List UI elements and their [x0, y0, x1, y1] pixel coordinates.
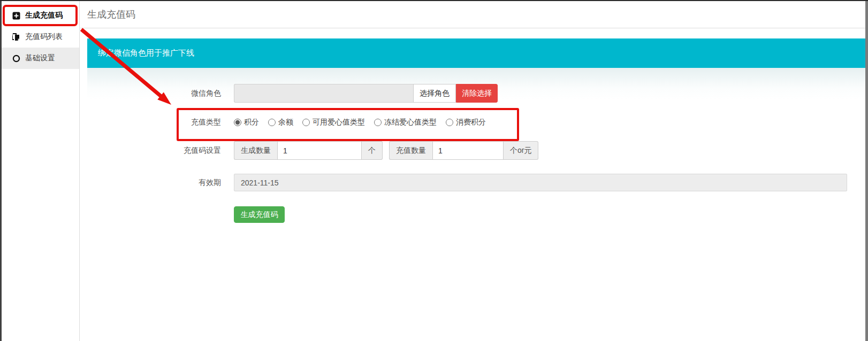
- clear-selection-button[interactable]: 清除选择: [456, 84, 498, 103]
- recharge-quantity-addon: 充值数量: [389, 141, 432, 160]
- sidebar-item-code-list[interactable]: 充值码列表: [2, 26, 79, 48]
- recharge-type-label: 充值类型: [106, 118, 221, 127]
- page-title: 生成充值码: [87, 8, 135, 21]
- radio-label: 余额: [278, 118, 293, 127]
- sidebar-item-label: 生成充值码: [25, 11, 63, 20]
- generate-code-button[interactable]: 生成充值码: [234, 206, 285, 223]
- vertical-scrollbar[interactable]: [865, 0, 868, 341]
- radio-input[interactable]: [234, 119, 241, 126]
- recharge-quantity-input[interactable]: [432, 141, 504, 160]
- generate-quantity-input[interactable]: [277, 141, 362, 160]
- validity-row: 有效期: [106, 174, 847, 191]
- sidebar: 生成充值码 充值码列表 基础设置: [2, 1, 80, 341]
- sidebar-item-label: 充值码列表: [25, 32, 63, 42]
- radio-option-points[interactable]: 积分: [234, 118, 259, 127]
- generate-quantity-addon: 生成数量: [234, 141, 277, 160]
- radio-option-frozen-love-value[interactable]: 冻结爱心值类型: [374, 118, 437, 127]
- radio-label: 冻结爱心值类型: [384, 118, 437, 127]
- radio-input[interactable]: [446, 119, 453, 126]
- validity-date-input[interactable]: [234, 174, 847, 191]
- radio-input[interactable]: [374, 119, 382, 126]
- wechat-role-label: 微信角色: [106, 89, 221, 98]
- panel-body: 微信角色 选择角色 清除选择 充值类型 积分: [87, 68, 866, 314]
- select-role-button[interactable]: 选择角色: [413, 84, 456, 103]
- radio-label: 消费积分: [456, 118, 486, 127]
- validity-label: 有效期: [106, 178, 221, 188]
- code-settings-label: 充值码设置: [106, 146, 221, 156]
- radio-label: 可用爱心值类型: [313, 118, 365, 127]
- radio-input[interactable]: [302, 119, 310, 126]
- radio-option-consume-points[interactable]: 消费积分: [446, 118, 486, 127]
- app-window: 生成充值码 充值码列表 基础设置 生成充值码 绑定微信角色用于推广下线 微信角色: [0, 0, 868, 341]
- generate-code-panel: 绑定微信角色用于推广下线 微信角色 选择角色 清除选择 充值类型: [87, 38, 866, 314]
- sidebar-item-basic-settings[interactable]: 基础设置: [2, 48, 79, 69]
- code-settings-row: 充值码设置 生成数量 个 充值数量 个or元: [106, 141, 847, 160]
- recharge-quantity-suffix: 个or元: [504, 141, 538, 160]
- panel-header: 绑定微信角色用于推广下线: [87, 38, 866, 68]
- plus-square-icon: [12, 11, 20, 20]
- recharge-type-options: 积分 余额 可用爱心值类型 冻结爱心值类型: [234, 118, 495, 127]
- radio-option-available-love-value[interactable]: 可用爱心值类型: [302, 118, 365, 127]
- radio-label: 积分: [244, 118, 259, 127]
- submit-row: 生成充值码: [106, 206, 847, 223]
- wechat-role-input[interactable]: [234, 84, 413, 103]
- generate-quantity-suffix: 个: [362, 141, 383, 160]
- sidebar-item-label: 基础设置: [25, 53, 55, 63]
- generate-quantity-group: 生成数量 个: [234, 141, 383, 160]
- sidebar-item-generate-code[interactable]: 生成充值码: [2, 5, 79, 26]
- circle-icon: [12, 54, 20, 63]
- collapsed-nav-strip: [0, 0, 2, 341]
- copy-icon: [12, 33, 20, 41]
- radio-input[interactable]: [268, 119, 276, 126]
- wechat-role-group: 选择角色 清除选择: [234, 84, 498, 103]
- recharge-type-row: 充值类型 积分 余额 可用爱心值类型: [106, 118, 847, 127]
- radio-option-balance[interactable]: 余额: [268, 118, 293, 127]
- recharge-quantity-group: 充值数量 个or元: [389, 141, 538, 160]
- main-content: 生成充值码 绑定微信角色用于推广下线 微信角色 选择角色 清除选择 充值类型: [80, 1, 865, 341]
- wechat-role-row: 微信角色 选择角色 清除选择: [106, 84, 847, 103]
- title-bar: 生成充值码: [80, 1, 865, 28]
- top-border: [0, 0, 868, 1]
